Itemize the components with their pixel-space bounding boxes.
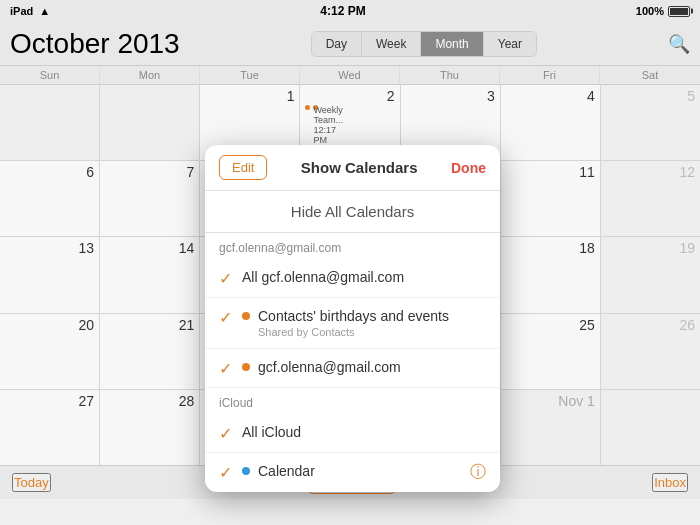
calendar-item-all-gmail[interactable]: ✓ All gcf.olenna@gmail.com: [205, 259, 500, 298]
popover-overlay: Edit Show Calendars Done Hide All Calend…: [0, 0, 700, 525]
calendar-item-label: Contacts' birthdays and events Shared by…: [258, 307, 449, 339]
popover-done-button[interactable]: Done: [451, 160, 486, 176]
calendar-item-all-icloud[interactable]: ✓ All iCloud: [205, 414, 500, 453]
section-header-gmail: gcf.olenna@gmail.com: [205, 233, 500, 259]
popover-header: Edit Show Calendars Done: [205, 145, 500, 191]
calendar-color-dot: [242, 312, 250, 320]
calendar-item-label: All iCloud: [242, 423, 301, 441]
checkmark-icon: ✓: [219, 269, 232, 288]
checkmark-icon: ✓: [219, 463, 232, 482]
calendar-color-dot: [242, 467, 250, 475]
popover-edit-button[interactable]: Edit: [219, 155, 267, 180]
popover-title: Show Calendars: [301, 159, 418, 176]
calendar-item-gcf-gmail[interactable]: ✓ gcf.olenna@gmail.com: [205, 349, 500, 388]
calendar-item-label: All gcf.olenna@gmail.com: [242, 268, 404, 286]
checkmark-icon: ✓: [219, 424, 232, 443]
show-calendars-popover: Edit Show Calendars Done Hide All Calend…: [205, 145, 500, 492]
calendar-item-label: Calendar: [258, 462, 315, 480]
info-icon[interactable]: ⓘ: [470, 462, 486, 483]
calendar-item-contacts[interactable]: ✓ Contacts' birthdays and events Shared …: [205, 298, 500, 349]
checkmark-icon: ✓: [219, 359, 232, 378]
calendar-item-calendar[interactable]: ✓ Calendar ⓘ: [205, 453, 500, 492]
section-header-icloud: iCloud: [205, 388, 500, 414]
hide-all-calendars-button[interactable]: Hide All Calendars: [205, 191, 500, 233]
calendar-item-label: gcf.olenna@gmail.com: [258, 358, 401, 376]
calendar-item-sublabel: Shared by Contacts: [258, 325, 449, 339]
calendar-color-dot: [242, 363, 250, 371]
checkmark-icon: ✓: [219, 308, 232, 327]
